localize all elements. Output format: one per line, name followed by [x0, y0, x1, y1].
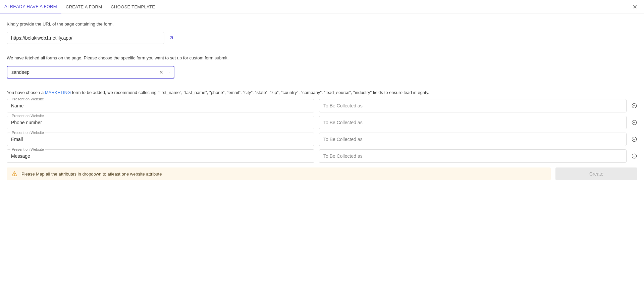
form-select-value: sandeep: [11, 69, 30, 75]
chevron-down-icon[interactable]: [167, 70, 171, 74]
tabs-bar: ALREADY HAVE A FORM CREATE A FORM CHOOSE…: [0, 0, 644, 13]
remove-row-icon[interactable]: [631, 153, 637, 159]
close-icon[interactable]: [632, 4, 638, 10]
present-on-website-field[interactable]: Present on Website Name: [7, 99, 314, 112]
clear-icon[interactable]: [159, 70, 164, 75]
present-label: Present on Website: [10, 97, 45, 101]
present-value: Name: [11, 103, 23, 108]
present-label: Present on Website: [10, 114, 45, 118]
present-on-website-field[interactable]: Present on Website Email: [7, 133, 314, 146]
present-on-website-field[interactable]: Present on Website Phone number: [7, 116, 314, 129]
collect-placeholder: To Be Collected as: [323, 137, 363, 142]
collect-placeholder: To Be Collected as: [323, 103, 363, 108]
url-row: [7, 32, 637, 44]
chosen-prefix: You have chosen a: [7, 90, 45, 95]
warning-box: Please Map all the attributes in dropdow…: [7, 167, 551, 180]
warning-icon: [11, 171, 17, 177]
chosen-text: You have chosen a MARKETING form to be a…: [7, 90, 637, 95]
bottom-row: Please Map all the attributes in dropdow…: [7, 167, 637, 180]
form-select-box[interactable]: sandeep: [7, 66, 174, 79]
present-on-website-field[interactable]: Present on Website Message: [7, 149, 314, 163]
remove-row-icon[interactable]: [631, 119, 637, 126]
form-select-controls: [159, 70, 171, 75]
map-row: Present on Website Phone number To Be Co…: [7, 116, 637, 129]
to-be-collected-field[interactable]: To Be Collected as: [319, 99, 627, 112]
tab-already-have-a-form[interactable]: ALREADY HAVE A FORM: [0, 1, 61, 13]
collect-placeholder: To Be Collected as: [323, 153, 363, 159]
chosen-suffix: form to be added, we recommend collectin…: [71, 90, 429, 95]
present-value: Phone number: [11, 120, 42, 125]
fetched-instruction: We have fetched all forms on the page. P…: [7, 55, 637, 60]
to-be-collected-field[interactable]: To Be Collected as: [319, 149, 627, 163]
remove-row-icon[interactable]: [631, 103, 637, 109]
tab-choose-template[interactable]: CHOOSE TEMPLATE: [106, 0, 159, 13]
map-row: Present on Website Email To Be Collected…: [7, 133, 637, 146]
present-value: Email: [11, 137, 23, 142]
collect-placeholder: To Be Collected as: [323, 120, 363, 125]
to-be-collected-field[interactable]: To Be Collected as: [319, 133, 627, 146]
tab-create-a-form[interactable]: CREATE A FORM: [61, 0, 106, 13]
form-select[interactable]: sandeep: [7, 66, 174, 79]
present-label: Present on Website: [10, 147, 45, 151]
page-url-input[interactable]: [7, 32, 164, 44]
mapping-rows: Present on Website Name To Be Collected …: [7, 99, 637, 163]
to-be-collected-field[interactable]: To Be Collected as: [319, 116, 627, 129]
warning-text: Please Map all the attributes in dropdow…: [21, 172, 162, 177]
present-value: Message: [11, 153, 30, 159]
open-link-icon[interactable]: [168, 35, 174, 41]
map-row: Present on Website Message To Be Collect…: [7, 149, 637, 163]
map-row: Present on Website Name To Be Collected …: [7, 99, 637, 112]
svg-point-4: [14, 175, 14, 176]
marketing-link[interactable]: MARKETING: [45, 90, 71, 95]
create-button[interactable]: Create: [555, 167, 637, 180]
content-area: Kindly provide the URL of the page conta…: [0, 13, 644, 187]
remove-row-icon[interactable]: [631, 136, 637, 142]
url-instruction: Kindly provide the URL of the page conta…: [7, 21, 637, 27]
present-label: Present on Website: [10, 131, 45, 135]
